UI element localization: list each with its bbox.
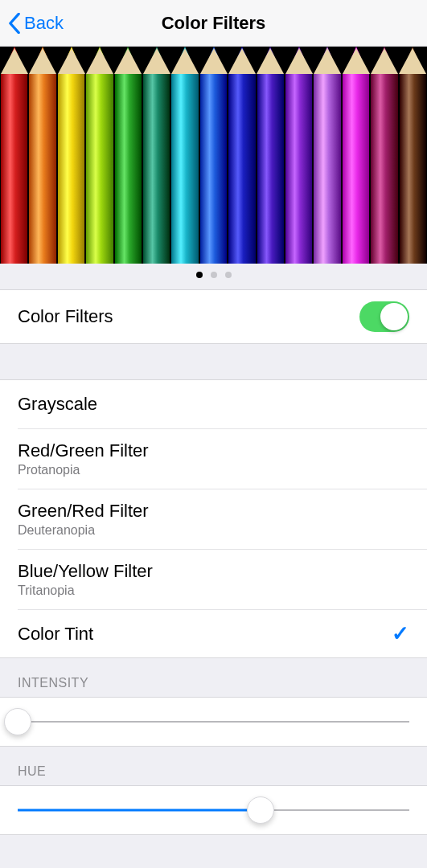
filter-row[interactable]: Red/Green FilterProtanopia: [18, 428, 427, 489]
pencil: [142, 47, 170, 264]
back-button[interactable]: Back: [0, 13, 64, 34]
pencil: [0, 47, 28, 264]
pencil: [399, 47, 427, 264]
filter-subtitle: Tritanopia: [18, 583, 409, 598]
page-title: Color Filters: [0, 13, 427, 34]
pencil: [285, 47, 313, 264]
page-dot[interactable]: [225, 272, 232, 278]
toggle-label: Color Filters: [18, 306, 359, 327]
slider-fill: [18, 809, 261, 812]
filter-row[interactable]: Color Tint✓: [18, 609, 427, 657]
page-dot[interactable]: [211, 272, 217, 278]
pencil: [57, 47, 85, 264]
filter-row[interactable]: Green/Red FilterDeuteranopia: [18, 489, 427, 549]
color-filters-toggle-row: Color Filters: [0, 290, 427, 343]
hue-slider[interactable]: [0, 785, 427, 835]
pencil: [342, 47, 370, 264]
pencil: [257, 47, 285, 264]
filter-title: Color Tint: [18, 624, 392, 645]
back-label: Back: [24, 13, 64, 34]
filter-title: Green/Red Filter: [18, 501, 409, 522]
filter-title: Grayscale: [18, 394, 409, 415]
filter-row[interactable]: Blue/Yellow FilterTritanopia: [18, 549, 427, 609]
slider-thumb[interactable]: [247, 796, 274, 824]
pencil: [313, 47, 341, 264]
switch-knob: [380, 303, 408, 330]
page-indicator[interactable]: [0, 264, 427, 286]
toggle-group: Color Filters: [0, 289, 427, 344]
checkmark-icon: ✓: [392, 621, 409, 646]
pencil: [28, 47, 56, 264]
nav-bar: Back Color Filters: [0, 0, 427, 47]
pencil: [199, 47, 228, 264]
pencil: [85, 47, 113, 264]
filter-title: Blue/Yellow Filter: [18, 561, 409, 582]
intensity-header: INTENSITY: [0, 658, 427, 697]
slider-thumb[interactable]: [4, 708, 31, 735]
filter-subtitle: Deuteranopia: [18, 523, 409, 538]
page-dot[interactable]: [196, 272, 203, 278]
pencil: [370, 47, 398, 264]
intensity-slider[interactable]: [0, 697, 427, 747]
pencil: [114, 47, 142, 264]
pencil: [170, 47, 199, 264]
filter-row[interactable]: Grayscale: [0, 380, 427, 428]
chevron-left-icon: [8, 13, 21, 34]
pencil: [228, 47, 256, 264]
filter-list: GrayscaleRed/Green FilterProtanopiaGreen…: [0, 379, 427, 658]
filter-subtitle: Protanopia: [18, 463, 409, 477]
color-filters-switch[interactable]: [359, 301, 409, 332]
hue-header: HUE: [0, 747, 427, 785]
preview-image[interactable]: [0, 47, 427, 264]
slider-track: [18, 721, 409, 723]
filter-title: Red/Green Filter: [18, 440, 409, 461]
